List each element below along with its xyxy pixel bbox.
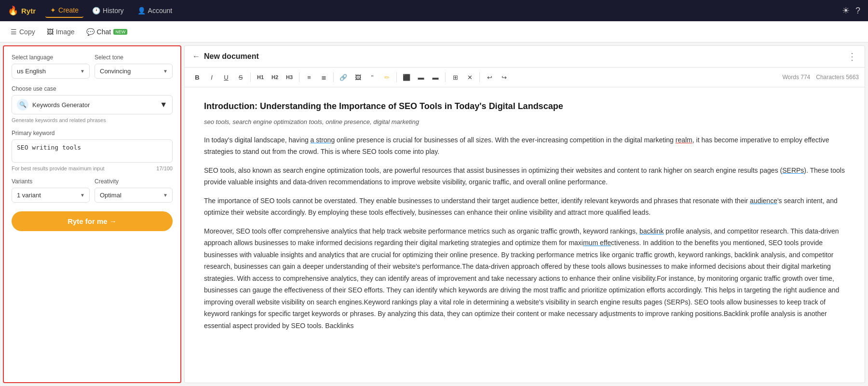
use-case-value: Keywords Generator xyxy=(32,101,90,109)
characters-count: Characters 5663 xyxy=(816,74,859,81)
variants-label: Variants xyxy=(12,178,90,185)
language-select[interactable]: us English uk English Spanish French xyxy=(12,64,90,79)
toolbar-undo-button[interactable]: ↩ xyxy=(483,70,496,84)
chat-icon: 💬 xyxy=(86,28,95,36)
doc-paragraph-1: In today's digital landscape, having a s… xyxy=(204,134,845,158)
chat-new-badge: new xyxy=(113,29,127,35)
toolbar-unordered-list-button[interactable]: ≡ xyxy=(302,70,316,84)
toolbar-separator-4 xyxy=(396,72,397,82)
ryte-for-me-button[interactable]: Ryte for me → xyxy=(12,211,173,231)
use-case-select[interactable]: 🔍 Keywords Generator ▼ xyxy=(12,95,173,114)
use-case-icon: 🔍 xyxy=(17,99,28,110)
doc-more-menu-icon[interactable]: ⋮ xyxy=(847,51,857,62)
subbar-chat[interactable]: 💬 Chat new xyxy=(81,25,133,39)
toolbar-h3-button[interactable]: H3 xyxy=(283,70,296,84)
nav-right-actions: ☀ ? xyxy=(842,5,860,16)
tone-select[interactable]: Convincing Casual Formal Humorous xyxy=(95,64,173,79)
subbar-copy-label: Copy xyxy=(19,28,35,36)
creativity-select[interactable]: Optimal Low Medium High xyxy=(95,188,173,203)
toolbar-image-button[interactable]: 🖼 xyxy=(351,70,365,84)
editor-toolbar: B I U S H1 H2 H3 ≡ ≣ 🔗 🖼 " ✏ ⬛ ▬ ▬ ⊞ ✕ ↩… xyxy=(185,68,865,87)
creativity-field-group: Creativity Optimal Low Medium High ▼ xyxy=(95,178,173,203)
creativity-label: Creativity xyxy=(95,178,173,185)
editor-content[interactable]: Introduction: Understanding the Importan… xyxy=(185,87,865,383)
toolbar-separator-2 xyxy=(299,72,299,82)
history-icon: 🕐 xyxy=(92,7,100,14)
primary-keyword-label: Primary keyword xyxy=(12,130,173,137)
nav-account-label: Account xyxy=(148,7,173,14)
use-case-hint: Generate keywords and related phrases xyxy=(12,117,173,123)
toolbar-redo-button[interactable]: ↪ xyxy=(497,70,511,84)
variants-field-group: Variants 1 variant 2 variants 3 variants… xyxy=(12,178,90,203)
word-character-count: Words 774 Characters 5663 xyxy=(782,74,859,81)
document-header: ← New document ⋮ xyxy=(185,46,865,68)
editor-area: ← New document ⋮ B I U S H1 H2 H3 ≡ ≣ 🔗 … xyxy=(184,45,865,383)
theme-toggle-icon[interactable]: ☀ xyxy=(842,5,850,16)
underline-mum: mum effe xyxy=(583,239,611,247)
tone-field-group: Select tone Convincing Casual Formal Hum… xyxy=(95,54,173,79)
toolbar-link-button[interactable]: 🔗 xyxy=(337,70,350,84)
toolbar-underline-button[interactable]: U xyxy=(219,70,233,84)
nav-item-account[interactable]: 👤 Account xyxy=(133,4,177,17)
tone-label: Select tone xyxy=(95,54,173,61)
back-arrow-icon[interactable]: ← xyxy=(192,52,200,61)
subbar-chat-label: Chat xyxy=(97,28,111,36)
doc-main-heading: Introduction: Understanding the Importan… xyxy=(204,99,845,114)
toolbar-highlight-button[interactable]: ✏ xyxy=(380,70,393,84)
subbar-image-label: Image xyxy=(56,28,75,36)
variants-select[interactable]: 1 variant 2 variants 3 variants xyxy=(12,188,90,203)
doc-paragraph-3: The importance of SEO tools cannot be ov… xyxy=(204,195,845,219)
input-hint-text: For best results provide maximum input xyxy=(12,165,105,171)
underline-serps: SERPs xyxy=(782,166,804,174)
nav-item-create[interactable]: ✦ Create xyxy=(45,3,83,18)
tone-select-wrapper: Convincing Casual Formal Humorous ▼ xyxy=(95,64,173,79)
create-icon: ✦ xyxy=(50,6,56,14)
primary-keyword-input[interactable]: SEO writing tools xyxy=(12,139,173,163)
underline-audience: audience xyxy=(750,197,777,205)
toolbar-table-button[interactable]: ⊞ xyxy=(448,70,462,84)
variants-select-wrapper: 1 variant 2 variants 3 variants ▼ xyxy=(12,188,90,203)
use-case-chevron-icon: ▼ xyxy=(160,100,167,109)
toolbar-ordered-list-button[interactable]: ≣ xyxy=(317,70,330,84)
use-case-left: 🔍 Keywords Generator xyxy=(17,99,90,110)
toolbar-separator-3 xyxy=(333,72,334,82)
use-case-field-group: Choose use case 🔍 Keywords Generator ▼ G… xyxy=(12,85,173,123)
toolbar-h1-button[interactable]: H1 xyxy=(254,70,267,84)
logo[interactable]: 🔥 Rytr xyxy=(8,5,36,16)
doc-paragraph-4: Moreover, SEO tools offer comprehensive … xyxy=(204,225,845,332)
creativity-select-wrapper: Optimal Low Medium High ▼ xyxy=(95,188,173,203)
copy-icon: ☰ xyxy=(11,28,17,36)
main-layout: Select language us English uk English Sp… xyxy=(0,42,868,386)
toolbar-align-left-button[interactable]: ⬛ xyxy=(400,70,413,84)
toolbar-h2-button[interactable]: H2 xyxy=(268,70,282,84)
words-count: Words 774 xyxy=(782,74,810,81)
help-icon[interactable]: ? xyxy=(855,6,860,16)
toolbar-separator-1 xyxy=(250,72,251,82)
toolbar-bold-button[interactable]: B xyxy=(190,70,204,84)
nav-create-label: Create xyxy=(58,6,79,14)
subbar-copy[interactable]: ☰ Copy xyxy=(6,25,40,39)
toolbar-strikethrough-button[interactable]: S xyxy=(234,70,247,84)
doc-title: New document xyxy=(204,52,259,61)
account-icon: 👤 xyxy=(137,7,146,14)
input-hint-row: For best results provide maximum input 1… xyxy=(12,165,173,171)
subbar-image[interactable]: 🖼 Image xyxy=(42,25,80,39)
toolbar-align-right-button[interactable]: ▬ xyxy=(429,70,442,84)
logo-icon: 🔥 xyxy=(8,5,18,16)
char-count: 17/100 xyxy=(156,165,173,171)
nav-item-history[interactable]: 🕐 History xyxy=(87,4,129,17)
top-navigation: 🔥 Rytr ✦ Create 🕐 History 👤 Account ☀ ? xyxy=(0,0,868,21)
language-select-wrapper: us English uk English Spanish French ▼ xyxy=(12,64,90,79)
toolbar-italic-button[interactable]: I xyxy=(205,70,218,84)
language-label: Select language xyxy=(12,54,90,61)
toolbar-quote-button[interactable]: " xyxy=(366,70,379,84)
logo-label: Rytr xyxy=(21,7,36,15)
doc-paragraph-2: SEO tools, also known as search engine o… xyxy=(204,165,845,188)
left-panel: Select language us English uk English Sp… xyxy=(3,45,181,383)
toolbar-clear-button[interactable]: ✕ xyxy=(463,70,476,84)
primary-keyword-field-group: Primary keyword SEO writing tools For be… xyxy=(12,130,173,171)
doc-subheading: seo tools, search engine optimization to… xyxy=(204,117,845,127)
toolbar-separator-5 xyxy=(445,72,446,82)
toolbar-align-center-button[interactable]: ▬ xyxy=(414,70,428,84)
underline-strong: a strong xyxy=(311,136,335,144)
